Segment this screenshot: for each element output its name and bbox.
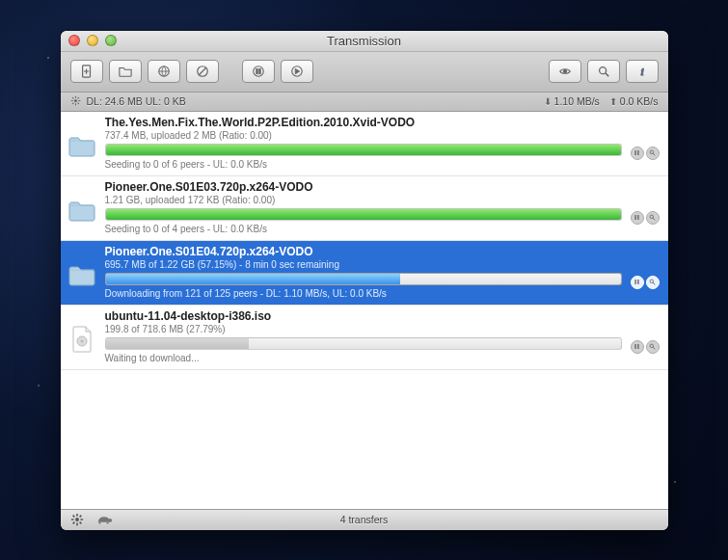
row-controls <box>630 309 661 363</box>
transfer-peers: Seeding to 0 of 4 peers - UL: 0.0 KB/s <box>105 224 622 234</box>
transfer-subtext: 737.4 MB, uploaded 2 MB (Ratio: 0.00) <box>105 130 622 141</box>
app-window: Transmission i <box>61 31 668 530</box>
svg-point-50 <box>108 519 112 522</box>
transfer-body: The.Yes.Men.Fix.The.World.P2P.Edition.20… <box>105 116 622 170</box>
globe-icon <box>157 65 171 78</box>
open-web-button[interactable] <box>148 60 180 83</box>
svg-rect-28 <box>637 215 638 220</box>
filter-search-button[interactable] <box>587 60 620 83</box>
svg-rect-23 <box>634 150 635 155</box>
reveal-button[interactable] <box>646 340 660 354</box>
open-torrent-button[interactable] <box>70 60 103 83</box>
close-window-button[interactable] <box>68 35 80 46</box>
svg-rect-32 <box>637 280 638 284</box>
svg-line-40 <box>653 347 655 349</box>
transfer-subtext: 1.21 GB, uploaded 172 KB (Ratio: 0.00) <box>105 195 622 205</box>
svg-point-39 <box>650 344 654 348</box>
transfer-subtext: 695.7 MB of 1.22 GB (57.15%) - 8 min 0 s… <box>105 259 622 270</box>
transfer-body: ubuntu-11.04-desktop-i386.iso199.8 of 71… <box>105 309 622 363</box>
window-title: Transmission <box>61 34 668 48</box>
eye-icon <box>558 65 572 78</box>
transfer-name: The.Yes.Men.Fix.The.World.P2P.Edition.20… <box>105 116 622 129</box>
traffic-lights <box>68 35 117 46</box>
pause-button[interactable] <box>631 147 644 160</box>
svg-rect-37 <box>634 344 635 349</box>
svg-rect-31 <box>634 280 635 284</box>
svg-line-19 <box>72 97 73 98</box>
transfer-body: Pioneer.One.S01E03.720p.x264-VODO1.21 GB… <box>105 180 622 234</box>
reveal-button[interactable] <box>646 211 660 225</box>
svg-rect-38 <box>637 344 638 349</box>
svg-rect-27 <box>634 215 635 220</box>
folder-icon <box>67 116 97 170</box>
folder-icon <box>67 245 97 299</box>
transfer-row[interactable]: ubuntu-11.04-desktop-i386.iso199.8 of 71… <box>61 306 668 370</box>
row-controls <box>630 245 661 299</box>
svg-line-47 <box>79 522 81 524</box>
reveal-button[interactable] <box>646 147 660 160</box>
transfer-row[interactable]: The.Yes.Men.Fix.The.World.P2P.Edition.20… <box>61 112 668 176</box>
svg-rect-52 <box>106 522 108 524</box>
pause-all-button[interactable] <box>242 60 275 83</box>
info-icon: i <box>635 65 649 78</box>
zoom-window-button[interactable] <box>105 35 117 46</box>
svg-line-46 <box>72 516 74 518</box>
svg-line-49 <box>79 516 81 518</box>
pause-icon <box>252 65 265 78</box>
pause-button[interactable] <box>631 276 644 289</box>
svg-point-6 <box>253 67 263 77</box>
svg-line-20 <box>77 102 78 103</box>
svg-point-14 <box>73 98 76 101</box>
reveal-button[interactable] <box>646 276 660 289</box>
transfer-name: Pioneer.One.S01E03.720p.x264-VODO <box>105 180 622 194</box>
svg-rect-51 <box>98 522 100 524</box>
svg-line-48 <box>72 522 74 524</box>
folder-icon <box>67 180 97 234</box>
folder-icon <box>119 65 132 78</box>
minimize-window-button[interactable] <box>87 35 98 46</box>
pause-button[interactable] <box>631 340 644 354</box>
row-controls <box>630 180 661 234</box>
progress-bar <box>105 273 622 285</box>
toolbar: i <box>61 52 668 93</box>
transfer-peers: Downloading from 121 of 125 peers - DL: … <box>105 288 622 299</box>
svg-rect-8 <box>258 68 259 73</box>
open-folder-button[interactable] <box>109 60 142 83</box>
settings-gear-icon[interactable] <box>70 513 84 526</box>
footer-count: 4 transfers <box>61 514 668 525</box>
turtle-speed-icon[interactable] <box>95 513 113 526</box>
svg-point-41 <box>75 518 79 521</box>
svg-line-30 <box>653 218 655 220</box>
status-left-text: DL: 24.6 MB UL: 0 KB <box>87 95 186 107</box>
transfer-row[interactable]: Pioneer.One.S01E03.720p.x264-VODO1.21 GB… <box>61 176 668 241</box>
svg-line-26 <box>653 153 655 155</box>
pause-button[interactable] <box>631 211 644 225</box>
svg-rect-24 <box>637 150 638 155</box>
transfer-name: Pioneer.One.S01E04.720p.x264-VODO <box>105 245 622 258</box>
transfer-subtext: 199.8 of 718.6 MB (27.79%) <box>105 324 622 334</box>
transfer-row[interactable]: Pioneer.One.S01E04.720p.x264-VODO695.7 M… <box>61 241 668 306</box>
status-upload: ⬆ 0.0 KB/s <box>609 95 659 107</box>
svg-point-33 <box>650 280 654 283</box>
status-bar: DL: 24.6 MB UL: 0 KB ⬇ 1.10 MB/s ⬆ 0.0 K… <box>61 93 668 112</box>
status-download: ⬇ 1.10 MB/s <box>544 95 600 107</box>
resume-icon <box>290 65 304 78</box>
file-add-icon <box>80 65 94 78</box>
titlebar[interactable]: Transmission <box>61 31 668 52</box>
resume-all-button[interactable] <box>281 60 313 83</box>
gear-status-icon[interactable] <box>70 95 81 108</box>
svg-line-12 <box>605 73 608 77</box>
remove-button[interactable] <box>186 60 219 83</box>
svg-line-5 <box>199 68 205 75</box>
inspector-reveal-button[interactable] <box>549 60 581 83</box>
transfer-body: Pioneer.One.S01E04.720p.x264-VODO695.7 M… <box>105 245 622 299</box>
file-icon <box>67 309 97 363</box>
svg-point-36 <box>80 339 83 342</box>
svg-point-29 <box>650 215 654 219</box>
transfer-name: ubuntu-11.04-desktop-i386.iso <box>105 309 622 323</box>
info-button[interactable]: i <box>626 60 659 83</box>
transfer-list[interactable]: The.Yes.Men.Fix.The.World.P2P.Edition.20… <box>61 112 668 509</box>
svg-line-22 <box>77 97 78 98</box>
transfer-peers: Waiting to download... <box>105 353 622 363</box>
svg-line-21 <box>72 102 73 103</box>
